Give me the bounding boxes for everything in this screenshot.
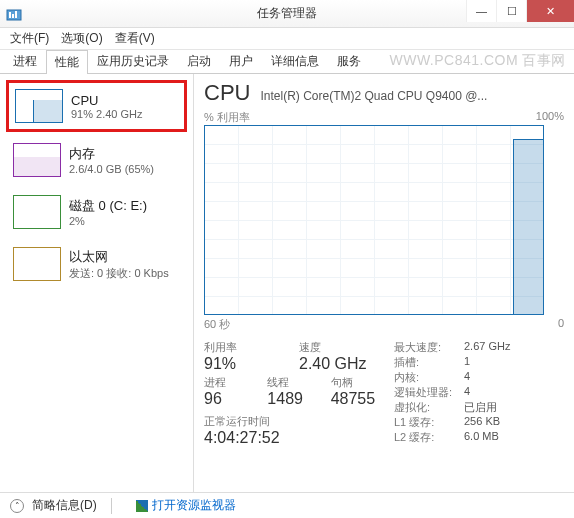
chart-y-max: 100%: [536, 110, 564, 125]
disk-thumb-icon: [13, 195, 61, 229]
watermark: WWW.PC841.COM 百事网: [389, 52, 566, 70]
sidebar-item-ethernet[interactable]: 以太网 发送: 0 接收: 0 Kbps: [6, 240, 187, 288]
tab-details[interactable]: 详细信息: [262, 49, 328, 73]
maxspeed-v: 2.67 GHz: [464, 340, 510, 355]
menu-view[interactable]: 查看(V): [111, 28, 159, 49]
sidebar: CPU 91% 2.40 GHz 内存 2.6/4.0 GB (65%) 磁盘 …: [0, 74, 194, 492]
sockets-v: 1: [464, 355, 470, 370]
l1-k: L1 缓存:: [394, 415, 464, 430]
chevron-up-icon[interactable]: ˄: [10, 499, 24, 513]
sidebar-item-disk[interactable]: 磁盘 0 (C: E:) 2%: [6, 188, 187, 236]
sidebar-mem-sub: 2.6/4.0 GB (65%): [69, 163, 154, 175]
main-panel: CPU Intel(R) Core(TM)2 Quad CPU Q9400 @.…: [194, 74, 574, 492]
virt-k: 虚拟化:: [394, 400, 464, 415]
resmon-label: 打开资源监视器: [152, 497, 236, 514]
lproc-k: 逻辑处理器:: [394, 385, 464, 400]
cpu-model: Intel(R) Core(TM)2 Quad CPU Q9400 @...: [260, 89, 564, 103]
sidebar-eth-label: 以太网: [69, 248, 169, 266]
proc-value: 96: [204, 390, 267, 408]
sidebar-disk-sub: 2%: [69, 215, 147, 227]
l2-k: L2 缓存:: [394, 430, 464, 445]
app-icon: [6, 6, 22, 22]
speed-label: 速度: [299, 340, 394, 355]
tab-services[interactable]: 服务: [328, 49, 370, 73]
lproc-v: 4: [464, 385, 470, 400]
sidebar-cpu-label: CPU: [71, 93, 143, 108]
sidebar-disk-label: 磁盘 0 (C: E:): [69, 197, 147, 215]
cores-v: 4: [464, 370, 470, 385]
cores-k: 内核:: [394, 370, 464, 385]
svg-rect-3: [15, 11, 17, 18]
footer: ˄ 简略信息(D) 打开资源监视器: [0, 492, 574, 518]
sockets-k: 插槽:: [394, 355, 464, 370]
virt-v: 已启用: [464, 400, 497, 415]
window-title: 任务管理器: [257, 5, 317, 22]
uptime-value: 4:04:27:52: [204, 429, 394, 447]
thr-value: 1489: [267, 390, 330, 408]
resource-monitor-icon: [136, 500, 148, 512]
sidebar-eth-sub: 发送: 0 接收: 0 Kbps: [69, 266, 169, 281]
hnd-label: 句柄: [331, 375, 394, 390]
uptime-label: 正常运行时间: [204, 414, 394, 429]
memory-thumb-icon: [13, 143, 61, 177]
tab-users[interactable]: 用户: [220, 49, 262, 73]
tab-startup[interactable]: 启动: [178, 49, 220, 73]
thr-label: 线程: [267, 375, 330, 390]
menubar: 文件(F) 选项(O) 查看(V): [0, 28, 574, 50]
svg-rect-1: [9, 12, 11, 18]
titlebar: 任务管理器 — ☐ ✕: [0, 0, 574, 28]
l2-v: 6.0 MB: [464, 430, 499, 445]
l1-v: 256 KB: [464, 415, 500, 430]
util-label: 利用率: [204, 340, 299, 355]
maxspeed-k: 最大速度:: [394, 340, 464, 355]
minimize-button[interactable]: —: [466, 0, 496, 22]
brief-info-button[interactable]: 简略信息(D): [32, 497, 97, 514]
sidebar-item-cpu[interactable]: CPU 91% 2.40 GHz: [6, 80, 187, 132]
menu-file[interactable]: 文件(F): [6, 28, 53, 49]
proc-label: 进程: [204, 375, 267, 390]
ethernet-thumb-icon: [13, 247, 61, 281]
main-title: CPU: [204, 80, 250, 106]
speed-value: 2.40 GHz: [299, 355, 394, 373]
menu-options[interactable]: 选项(O): [57, 28, 106, 49]
close-button[interactable]: ✕: [526, 0, 574, 22]
divider: [111, 498, 112, 514]
hnd-value: 48755: [331, 390, 394, 408]
open-resource-monitor-link[interactable]: 打开资源监视器: [136, 497, 236, 514]
cpu-chart-fill: [513, 139, 543, 314]
chart-x-left: 60 秒: [204, 317, 230, 332]
util-value: 91%: [204, 355, 299, 373]
tab-performance[interactable]: 性能: [46, 50, 88, 74]
maximize-button[interactable]: ☐: [496, 0, 526, 22]
cpu-thumb-icon: [15, 89, 63, 123]
cpu-chart: [204, 125, 544, 315]
svg-rect-2: [12, 14, 14, 18]
sidebar-item-memory[interactable]: 内存 2.6/4.0 GB (65%): [6, 136, 187, 184]
sidebar-cpu-sub: 91% 2.40 GHz: [71, 108, 143, 120]
tab-processes[interactable]: 进程: [4, 49, 46, 73]
tab-app-history[interactable]: 应用历史记录: [88, 49, 178, 73]
chart-x-right: 0: [558, 317, 564, 332]
chart-y-label: % 利用率: [204, 110, 250, 125]
sidebar-mem-label: 内存: [69, 145, 154, 163]
tabbar: 进程 性能 应用历史记录 启动 用户 详细信息 服务 WWW.PC841.COM…: [0, 50, 574, 74]
